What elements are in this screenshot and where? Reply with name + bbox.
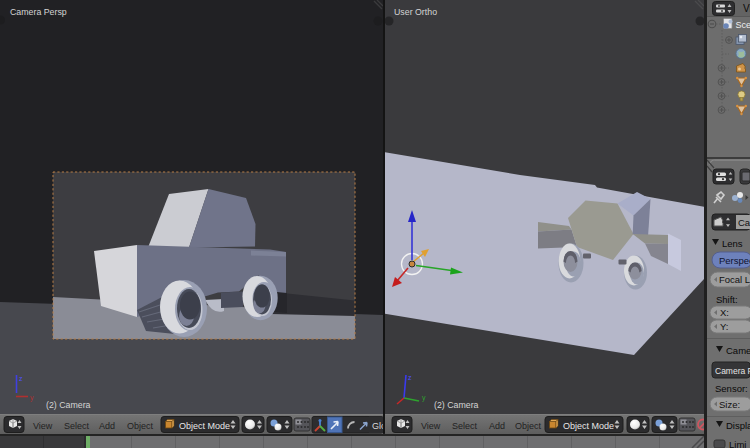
svg-text:X:: X: <box>720 307 729 318</box>
svg-text:Object Mode: Object Mode <box>563 421 614 431</box>
svg-text:User Ortho: User Ortho <box>394 7 437 17</box>
svg-text:Select: Select <box>452 421 478 431</box>
svg-text:Vi: Vi <box>743 3 750 14</box>
svg-text:y: y <box>422 394 426 402</box>
svg-text:Limi: Limi <box>729 439 746 448</box>
svg-text:z: z <box>19 375 23 382</box>
svg-text:Shift:: Shift: <box>716 294 738 305</box>
svg-text:Came: Came <box>726 345 750 356</box>
svg-text:Object: Object <box>127 421 154 431</box>
svg-text:View: View <box>33 421 53 431</box>
svg-text:Add: Add <box>99 421 115 431</box>
svg-text:y: y <box>30 394 34 402</box>
svg-text:Select: Select <box>64 421 90 431</box>
svg-text:Camera Persp: Camera Persp <box>10 7 67 17</box>
svg-text:Sensor:: Sensor: <box>715 383 748 394</box>
svg-text:View: View <box>421 421 441 431</box>
svg-text:z: z <box>408 374 412 381</box>
svg-text:(2) Camera: (2) Camera <box>434 400 479 410</box>
svg-text:Object: Object <box>515 421 542 431</box>
svg-text:Ca: Ca <box>738 217 750 228</box>
svg-text:Perspect: Perspect <box>719 255 750 266</box>
svg-text:Camera P: Camera P <box>715 366 750 376</box>
svg-text:Sce: Sce <box>736 20 750 30</box>
svg-text:Lens: Lens <box>722 238 743 249</box>
svg-text:Displa: Displa <box>726 420 750 431</box>
svg-text:(2) Camera: (2) Camera <box>46 400 91 410</box>
svg-text:Glo: Glo <box>372 421 383 431</box>
svg-text:Y:: Y: <box>720 321 728 332</box>
svg-text:Focal Le: Focal Le <box>719 274 750 285</box>
svg-text:Object Mode: Object Mode <box>179 421 230 431</box>
svg-text:Size:: Size: <box>719 399 740 410</box>
svg-text:Add: Add <box>489 421 505 431</box>
